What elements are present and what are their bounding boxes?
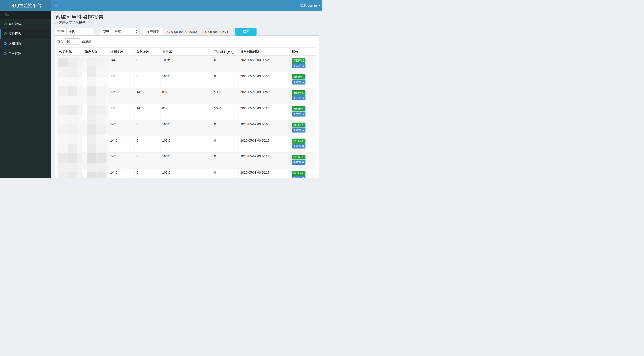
svg-text:2020-05-09 00:30:03: 2020-05-09 00:30:03 <box>240 90 270 94</box>
svg-text:2020-05-09 00:30:22: 2020-05-09 00:30:22 <box>240 139 270 142</box>
svg-text:1440: 1440 <box>136 106 143 110</box>
svg-text:1440: 1440 <box>110 106 117 110</box>
svg-text:0: 0 <box>136 139 138 142</box>
svg-text:100%: 100% <box>162 139 170 142</box>
svg-text:1440: 1440 <box>110 74 117 78</box>
svg-text:1440: 1440 <box>136 90 143 94</box>
svg-text:2020-05-09 00:30:33: 2020-05-09 00:30:33 <box>240 74 270 78</box>
svg-text:5000: 5000 <box>214 90 221 94</box>
svg-text:0: 0 <box>136 122 138 126</box>
svg-text:0: 0 <box>136 74 138 78</box>
svg-text:100%: 100% <box>162 122 170 126</box>
svg-text:0: 0 <box>214 154 216 158</box>
svg-text:10: 10 <box>66 40 70 44</box>
svg-text:2020-05-09 00:30:27: 2020-05-09 00:30:27 <box>240 170 270 174</box>
svg-text:1440: 1440 <box>110 122 117 126</box>
svg-text:1440: 1440 <box>110 139 117 142</box>
svg-text:2020-05-09 00:30:29: 2020-05-09 00:30:29 <box>240 106 270 110</box>
svg-text:0: 0 <box>214 74 216 78</box>
svg-text:2020-05-09 00:30:35: 2020-05-09 00:30:35 <box>240 58 270 62</box>
svg-text:100%: 100% <box>162 74 170 78</box>
svg-text:0: 0 <box>214 139 216 142</box>
svg-text:1440: 1440 <box>110 58 117 62</box>
svg-text:0: 0 <box>214 58 216 62</box>
svg-text:0: 0 <box>214 122 216 126</box>
svg-text:0%: 0% <box>162 90 167 94</box>
svg-text:2020-05-09 00:00:00 - 2020-05-: 2020-05-09 00:00:00 - 2020-05-09 23:59:5 <box>166 30 229 34</box>
svg-text:2020-05-09 00:30:32: 2020-05-09 00:30:32 <box>240 154 270 158</box>
svg-text:100%: 100% <box>162 154 170 158</box>
svg-text:0: 0 <box>214 170 216 174</box>
svg-text:1440: 1440 <box>110 154 117 158</box>
svg-text:admin: admin <box>308 4 317 8</box>
svg-text:1440: 1440 <box>110 90 117 94</box>
svg-text:0: 0 <box>136 58 138 62</box>
svg-text:2020-05-09 00:30:05: 2020-05-09 00:30:05 <box>240 122 270 126</box>
svg-text:1440: 1440 <box>110 170 117 174</box>
svg-text:5000: 5000 <box>214 106 221 110</box>
svg-text:100%: 100% <box>162 170 170 174</box>
svg-text:(ms): (ms) <box>227 50 234 54</box>
svg-text:0: 0 <box>136 170 138 174</box>
svg-text:100%: 100% <box>162 58 170 62</box>
svg-text:0: 0 <box>136 154 138 158</box>
svg-text:0%: 0% <box>162 106 167 110</box>
